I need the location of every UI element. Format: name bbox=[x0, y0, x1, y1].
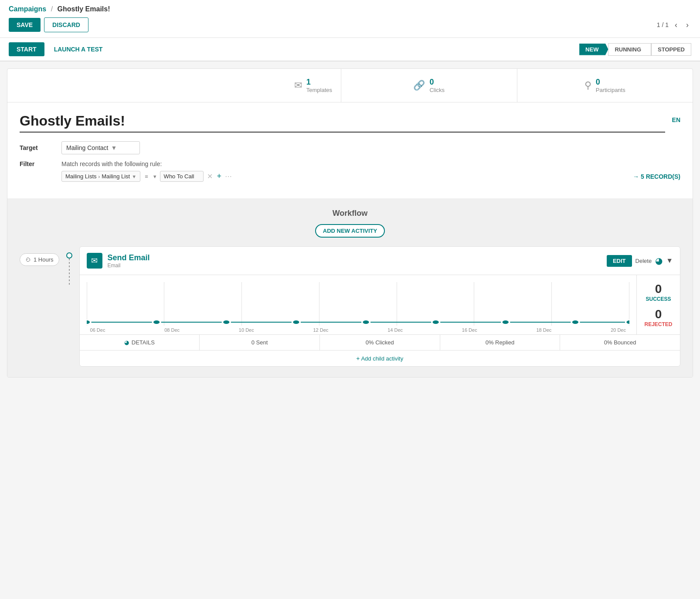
stats-templates[interactable]: ✉ 1 Templates bbox=[7, 69, 341, 102]
add-child-row[interactable]: + Add child activity bbox=[80, 350, 680, 366]
svg-point-3 bbox=[292, 320, 300, 324]
chip-label2: Mailing List bbox=[102, 173, 130, 180]
svg-point-1 bbox=[153, 320, 160, 324]
breadcrumb-campaigns[interactable]: Campaigns bbox=[9, 5, 46, 13]
rejected-count: 0 bbox=[655, 307, 662, 321]
activity-type: Email bbox=[108, 262, 601, 269]
activity-header: ✉ Send Email Email EDIT Delete ◕ ▼ bbox=[80, 247, 680, 275]
campaign-title: Ghostly Emails! bbox=[20, 113, 665, 133]
participants-count: 0 bbox=[596, 78, 625, 87]
delete-button[interactable]: Delete bbox=[635, 258, 652, 264]
breadcrumb-separator: / bbox=[51, 5, 53, 13]
time-badge: ⏲ 1 Hours bbox=[20, 253, 59, 266]
target-select[interactable]: Mailing Contact ▼ bbox=[61, 141, 140, 154]
chart-label-4: 12 Dec bbox=[313, 327, 329, 333]
target-label: Target bbox=[20, 144, 54, 151]
breadcrumb-current: Ghostly Emails! bbox=[58, 5, 110, 13]
email-icon: ✉ bbox=[294, 80, 302, 91]
templates-count: 1 bbox=[306, 78, 332, 87]
discard-button[interactable]: DISCARD bbox=[44, 17, 88, 32]
filter-icon[interactable]: ▼ bbox=[666, 257, 673, 265]
chip-arrow-icon: › bbox=[99, 174, 100, 179]
activity-title: Send Email Email bbox=[108, 253, 601, 269]
chip-label1: Mailing Lists bbox=[65, 173, 97, 180]
action-bar: START LAUNCH A TEST NEW RUNNING STOPPED bbox=[0, 38, 700, 61]
add-child-label: Add child activity bbox=[361, 355, 403, 362]
status-running[interactable]: RUNNING bbox=[608, 43, 651, 56]
chart-stats: 0 SUCCESS 0 REJECTED bbox=[636, 275, 680, 334]
lang-badge[interactable]: EN bbox=[672, 116, 680, 123]
workflow-title: Workflow bbox=[20, 209, 680, 218]
status-bar: NEW RUNNING STOPPED bbox=[579, 43, 691, 56]
activity-icon: ✉ bbox=[87, 253, 102, 269]
records-count: 5 RECORD(S) bbox=[641, 173, 680, 180]
rejected-label: REJECTED bbox=[644, 321, 672, 327]
filter-add-icon[interactable]: + bbox=[216, 172, 223, 181]
target-value: Mailing Contact bbox=[66, 144, 109, 151]
action-left: START LAUNCH A TEST bbox=[9, 42, 109, 56]
details-label: DETAILS bbox=[132, 339, 155, 346]
pagination-next[interactable]: › bbox=[683, 20, 691, 31]
chart-label-2: 08 Dec bbox=[164, 327, 180, 333]
filter-label: Filter bbox=[20, 160, 54, 167]
filter-more-icon[interactable]: ⋯ bbox=[225, 172, 232, 180]
status-stopped[interactable]: STOPPED bbox=[651, 43, 691, 56]
filter-remove-icon[interactable]: ✕ bbox=[206, 172, 214, 180]
chip-dropdown-icon[interactable]: ▼ bbox=[132, 174, 136, 179]
chart-icon[interactable]: ◕ bbox=[655, 255, 663, 266]
replied-stat: 0% Replied bbox=[440, 335, 561, 350]
svg-point-4 bbox=[362, 320, 370, 324]
activity-name: Send Email bbox=[108, 253, 601, 262]
templates-label: Templates bbox=[306, 87, 332, 93]
campaign-body: Ghostly Emails! EN Target Mailing Contac… bbox=[7, 102, 693, 198]
campaign-title-row: Ghostly Emails! EN bbox=[20, 113, 680, 133]
chart-label-8: 20 Dec bbox=[611, 327, 626, 333]
connector-line bbox=[69, 259, 70, 285]
chart-area bbox=[87, 282, 629, 326]
activity-actions: EDIT Delete ◕ ▼ bbox=[607, 255, 673, 267]
filter-chips: Mailing Lists › Mailing List ▼ = ▼ Who T… bbox=[61, 171, 232, 182]
replied-label: 0% Replied bbox=[486, 339, 515, 346]
stats-clicks[interactable]: 🔗 0 Clicks bbox=[341, 69, 517, 102]
stats-participants[interactable]: ⚲ 0 Participants bbox=[517, 69, 693, 102]
add-activity-button[interactable]: ADD NEW ACTIVITY bbox=[315, 224, 385, 238]
bottom-stats: ◕ DETAILS 0 Sent 0% Clicked 0% Replied 0… bbox=[80, 334, 680, 350]
bounced-stat: 0% Bounced bbox=[560, 335, 680, 350]
records-link[interactable]: → 5 RECORD(S) bbox=[633, 173, 680, 180]
filter-equals: = bbox=[143, 173, 150, 180]
pagination-prev[interactable]: ‹ bbox=[672, 20, 680, 31]
target-row: Target Mailing Contact ▼ bbox=[20, 141, 680, 154]
edit-button[interactable]: EDIT bbox=[607, 255, 632, 267]
activity-card: ✉ Send Email Email EDIT Delete ◕ ▼ bbox=[79, 246, 680, 367]
launch-test-button[interactable]: LAUNCH A TEST bbox=[48, 42, 109, 56]
details-chart-icon: ◕ bbox=[124, 339, 129, 346]
clock-icon: ⏲ bbox=[25, 256, 31, 263]
main-content: ✉ 1 Templates 🔗 0 Clicks ⚲ 0 Participant… bbox=[7, 68, 693, 378]
bounced-label: 0% Bounced bbox=[604, 339, 636, 346]
start-button[interactable]: START bbox=[9, 42, 44, 56]
toolbar-left: SAVE DISCARD bbox=[9, 17, 88, 32]
chart-label-5: 14 Dec bbox=[387, 327, 403, 333]
svg-point-6 bbox=[501, 320, 509, 324]
clicks-count: 0 bbox=[429, 78, 445, 87]
dropdown-arrow-icon: ▼ bbox=[111, 144, 117, 151]
participants-icon: ⚲ bbox=[584, 80, 591, 91]
success-count: 0 bbox=[655, 282, 662, 296]
chart-label-7: 18 Dec bbox=[536, 327, 551, 333]
success-label: SUCCESS bbox=[646, 296, 671, 302]
svg-point-2 bbox=[222, 320, 230, 324]
status-new[interactable]: NEW bbox=[579, 44, 608, 55]
filter-description: Match records with the following rule: bbox=[61, 160, 680, 167]
workflow-section: Workflow ADD NEW ACTIVITY ⏲ 1 Hours ✉ Se… bbox=[7, 198, 693, 377]
breadcrumb: Campaigns / Ghostly Emails! bbox=[9, 5, 691, 13]
filter-select-dropdown-icon[interactable]: ▼ bbox=[153, 174, 157, 179]
save-button[interactable]: SAVE bbox=[9, 18, 41, 32]
workflow-item: ⏲ 1 Hours ✉ Send Email Email EDIT Delete bbox=[20, 246, 680, 367]
svg-point-5 bbox=[432, 320, 439, 324]
svg-point-0 bbox=[87, 320, 91, 324]
chart-label-3: 10 Dec bbox=[239, 327, 254, 333]
details-stat[interactable]: ◕ DETAILS bbox=[80, 335, 200, 350]
stats-row: ✉ 1 Templates 🔗 0 Clicks ⚲ 0 Participant… bbox=[7, 69, 693, 102]
filter-value: Who To Call bbox=[160, 171, 204, 182]
filter-chip-mailing-lists: Mailing Lists › Mailing List ▼ bbox=[61, 171, 140, 182]
